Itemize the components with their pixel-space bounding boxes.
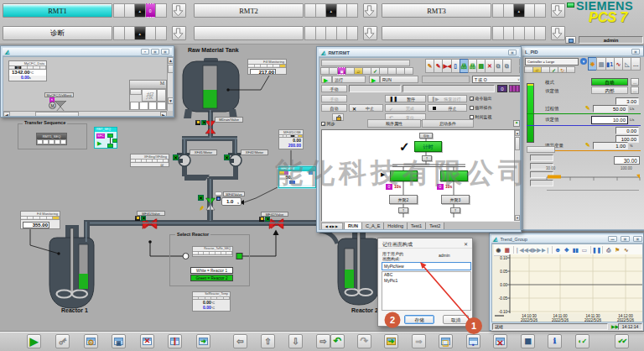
pv-value: 50.00 <box>593 105 628 113</box>
forward-button[interactable]: ⇒︎ <box>412 334 426 348</box>
trend-window-titlebar[interactable]: ◭ Trend_Group ▬ ▣ ▣ <box>491 235 643 244</box>
arrow-picture-button[interactable]: ➜ <box>196 334 210 348</box>
key-login-button[interactable]: ⚷ <box>55 334 70 348</box>
mode-value[interactable]: 自动 <box>591 78 628 86</box>
pcs7-window-icon: ◭ <box>321 50 325 55</box>
maximize-button[interactable]: ▣ <box>508 50 517 55</box>
pid-faceplate-window: L_PID ▣ Controller = Large ▾ ❋▤▮1∿◺… ▱✓↻… <box>520 45 644 231</box>
tab-start-conditions[interactable]: 启动条件 <box>422 119 474 128</box>
watermark-text: 能化科技有限公司 <box>275 155 530 192</box>
undo-button[interactable]: ↶ <box>330 334 345 348</box>
trend-window: ◭ Trend_Group ▬ ▣ ▣ ◉▦❘◀◀◀▶▶▶❘⊕✥▮▮▭❚❚⎙⚑∿… <box>489 233 644 331</box>
minimize-button[interactable]: ▾ <box>141 49 149 55</box>
mycfc-block[interactable]: MyCFC_Data 10 1342.00°C 0.00s <box>8 60 47 81</box>
open-composition-button[interactable]: ❏ <box>439 334 453 348</box>
view-dropdown[interactable]: Controller = Large <box>525 58 579 65</box>
tab-test1[interactable]: Test1 <box>407 223 426 230</box>
net2-icon[interactable]: ⧉ <box>502 59 512 73</box>
pump-2[interactable] <box>228 153 243 166</box>
composition-name-input[interactable]: MyPicNew <box>382 262 471 270</box>
picture-right-button[interactable]: ⇨︎ <box>316 334 330 348</box>
thermo-picture-button[interactable]: ❙ <box>168 334 182 348</box>
picture-left-button[interactable]: ⇦︎ <box>233 334 247 348</box>
loop-checkbox[interactable]: 循环操作 <box>470 105 491 110</box>
rmt-window-titlebar[interactable]: ◭ RMT/RMT ▣ <box>319 49 519 57</box>
chart-icon[interactable]: ✦ <box>513 120 520 127</box>
stop-button[interactable]: 停止 <box>428 104 467 112</box>
cancel-button[interactable]: 取消 <box>443 315 469 324</box>
picture-down-button[interactable]: ⇩︎ <box>288 334 303 348</box>
chart-delete-button[interactable]: ✕ <box>140 334 154 348</box>
faceplate-preview-block[interactable]: M 报 <box>129 80 167 110</box>
close-button[interactable]: ▣ <box>631 49 640 55</box>
mv-slider[interactable] <box>523 173 644 198</box>
status-cell[interactable] <box>566 66 575 73</box>
tab-run[interactable]: RUN <box>344 223 362 230</box>
scale-max: 100.00 <box>621 166 632 170</box>
tab-holding[interactable]: Holding <box>383 223 408 230</box>
trend-plot[interactable] <box>492 244 643 322</box>
sync-checkbox[interactable]: ✓ 同步 <box>321 121 335 126</box>
pv-pen-icon: ✎ <box>585 105 591 111</box>
horizontal-scrollbar[interactable]: ◀ ▶ <box>3 111 167 117</box>
pid-window-client: Controller = Large ▾ ❋▤▮1∿◺… ▱✓↻ 模式 自动 .… <box>522 56 644 230</box>
lock-button[interactable] <box>332 113 344 121</box>
monitor-report-button[interactable]: ▦ <box>521 334 535 348</box>
redo-button[interactable]: ↷ <box>357 334 371 348</box>
undo-icon: ↶ <box>331 335 344 348</box>
save-composition-button[interactable]: ▪ <box>466 334 480 348</box>
run-state-en: RUN <box>380 76 418 83</box>
minimize-button[interactable]: ▬ <box>608 236 617 242</box>
sp-more-button[interactable]: ... <box>631 86 639 94</box>
pid-window-titlebar[interactable]: L_PID ▣ <box>522 48 643 56</box>
status-cell[interactable] <box>404 67 413 75</box>
sp2-value-input[interactable]: 10.00 <box>591 116 628 124</box>
trend-clock: 14:12:14 <box>618 323 642 330</box>
close-button[interactable]: ▣ <box>633 236 642 242</box>
save-button[interactable]: 存储 <box>404 315 434 324</box>
composition-list[interactable]: ABC MyPic1 <box>382 271 471 311</box>
value-3: 3.00 <box>615 97 639 105</box>
enter-picture-button[interactable]: ➜ <box>384 334 398 348</box>
computer-picture-button[interactable]: ▣ <box>112 334 126 348</box>
auto-button[interactable]: 自动 <box>321 104 347 112</box>
list-item[interactable]: ABC <box>382 272 470 278</box>
tab-cae[interactable]: C_A_E <box>361 223 384 230</box>
vertical-scrollbar[interactable]: ▲ ▼ <box>167 57 174 111</box>
mode-dropdown[interactable]: T 或 O∨ <box>472 76 521 83</box>
user-info-button[interactable]: ℹ <box>548 334 562 348</box>
delete-composition-button[interactable]: ✕ <box>493 334 507 348</box>
value-0: 0.00 <box>615 127 639 134</box>
manual-button[interactable]: 手动 <box>321 95 347 102</box>
tab-seq-properties[interactable]: 顺序属性 <box>367 119 421 128</box>
more-icon[interactable]: … <box>631 57 640 71</box>
dialog-titlebar[interactable]: 记住画面构成 ✕ <box>378 238 472 249</box>
pv-label: 过程值 <box>545 106 559 112</box>
left-window-titlebar[interactable]: ◭ ▾ ▣ ▣ <box>3 48 172 56</box>
audio-ack-button[interactable]: ◖✓ <box>575 334 589 348</box>
help-icon[interactable]: ▾ <box>580 58 587 65</box>
maximize-button[interactable]: ▣ <box>621 236 630 242</box>
abort-button[interactable]: ✕中止 <box>349 104 383 112</box>
runtime-icon: ▶ <box>28 335 40 348</box>
pause-button[interactable]: ❚❚暂停 <box>385 95 426 102</box>
tab-test2[interactable]: Test2 <box>425 223 444 230</box>
mode-label: 模式 <box>545 80 554 86</box>
dialog-close-icon[interactable]: ✕ <box>464 241 468 247</box>
complete-button[interactable]: ✓完成 <box>385 104 426 112</box>
mode-more-button[interactable]: ... <box>631 78 639 86</box>
resume-button[interactable]: ❚▶恢复运行 <box>428 95 467 102</box>
pump-1[interactable] <box>177 153 192 166</box>
thermo-picture-icon: ❙ <box>169 335 181 348</box>
tab-nav-buttons[interactable]: ◀◀▶▶ <box>321 223 343 230</box>
runtime-button[interactable]: ▶ <box>27 334 41 348</box>
setpoint-source-button[interactable]: 内部 <box>591 86 628 94</box>
close-button[interactable]: ▣ <box>161 49 169 55</box>
cmd-output-checkbox[interactable]: ✓ 命令输出 <box>470 96 491 101</box>
maximize-button[interactable]: ▣ <box>151 49 159 55</box>
picture-up-button[interactable]: ⇧︎ <box>261 334 275 348</box>
gear-picture-button[interactable]: ⚙ <box>84 334 98 348</box>
rmt-window-client: ▣▱✓ ✎✎▶◀▯品品▤✕⧉⧉ ▶ 运行 ▶ RUN T 或 O∨ 手动 0 手… <box>319 57 521 230</box>
list-item[interactable]: MyPic1 <box>382 278 470 284</box>
acknowledge-button[interactable]: ✔✔ <box>615 334 629 348</box>
